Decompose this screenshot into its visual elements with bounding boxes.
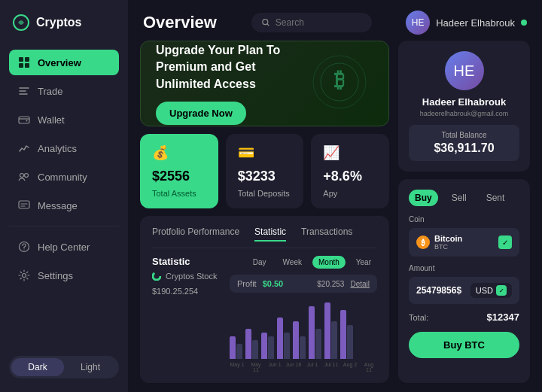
content-area: Upgrade Your Plan To Premium and Get Unl… <box>128 41 542 392</box>
profit-value: $0.50 <box>263 279 284 288</box>
profit-info: Profit $0.50 $20.253 Detail <box>230 275 377 293</box>
sidebar-item-trade[interactable]: Trade <box>9 78 119 104</box>
sidebar-item-settings[interactable]: Settings <box>9 263 119 288</box>
sidebar-label-help: Help Center <box>38 242 90 253</box>
tab-statistic[interactable]: Statistic <box>254 226 286 242</box>
svg-rect-3 <box>19 63 23 68</box>
analytics-icon <box>18 142 30 154</box>
bar-purple-7 <box>340 310 346 359</box>
donut-mini-icon <box>152 272 161 281</box>
svg-point-8 <box>25 174 29 178</box>
donut-label: Cryptos Stock <box>166 272 217 281</box>
banner-graphic: ₿ <box>306 52 373 115</box>
page-title: Overview <box>143 13 217 32</box>
sidebar-item-help[interactable]: Help Center <box>9 234 119 260</box>
detail-link[interactable]: Detail <box>350 280 370 288</box>
logo-icon <box>12 14 30 32</box>
bar-group-2 <box>261 333 274 359</box>
sidebar-label-wallet: Wallet <box>38 114 65 126</box>
stat-card-deposits: 💳 $3233 Total Deposits <box>226 134 304 208</box>
balance-box: Total Balance $36,911.70 <box>409 125 519 161</box>
filter-month[interactable]: Month <box>312 256 346 269</box>
currency-check-icon: ✓ <box>496 285 507 296</box>
svg-point-17 <box>153 272 160 280</box>
amount-field-label: Amount <box>409 264 519 272</box>
chart-subtitle: Cryptos Stock <box>152 272 221 281</box>
trading-panel: Buy Sell Sent Coin ₿ Bitcoin BTC ✓ Am <box>398 179 530 383</box>
upgrade-button[interactable]: Upgrade Now <box>156 102 246 125</box>
bar-gray-4 <box>300 336 306 359</box>
bar-purple-6 <box>324 302 330 359</box>
sidebar-label-message: Message <box>38 200 78 211</box>
settings-icon <box>18 269 30 281</box>
profile-email: hadeerelhabrouk@gmail.com <box>409 110 519 117</box>
bar-group-3 <box>277 318 290 359</box>
bar-purple-5 <box>309 306 315 359</box>
apy-label: Apy <box>323 189 377 198</box>
filter-day[interactable]: Day <box>247 256 273 269</box>
stat-card-assets: 💰 $2556 Total Assets <box>140 134 218 208</box>
svg-rect-4 <box>25 63 29 68</box>
amount-value: 25479856$ <box>416 285 461 296</box>
sidebar-label-overview: Overview <box>38 57 81 68</box>
search-input[interactable] <box>276 17 361 28</box>
sidebar-item-overview[interactable]: Overview <box>9 50 119 75</box>
tab-buy[interactable]: Buy <box>409 190 438 206</box>
profile-card: HE Hadeer Elhabrouk hadeerelhabrouk@gmai… <box>398 41 530 172</box>
bar-label-3: Jun 16 <box>285 362 302 372</box>
total-row: Total: $12347 <box>409 311 519 323</box>
tab-transactions[interactable]: Transactions <box>301 226 352 242</box>
nav-section: Overview Trade Wallet Analytics <box>9 50 119 348</box>
sidebar-item-community[interactable]: Community <box>9 164 119 190</box>
sidebar-label-community: Community <box>38 172 87 183</box>
coin-selector[interactable]: ₿ Bitcoin BTC ✓ <box>409 228 519 257</box>
tab-sent[interactable]: Sent <box>480 190 511 206</box>
assets-label: Total Assets <box>152 189 206 198</box>
coin-check-icon: ✓ <box>498 236 512 249</box>
profile-name: Hadeer Elhabrouk <box>409 96 519 108</box>
filter-year[interactable]: Year <box>350 256 377 269</box>
sidebar-item-analytics[interactable]: Analytics <box>9 135 119 161</box>
amount-input[interactable]: 25479856$ USD ✓ <box>409 277 519 304</box>
svg-rect-2 <box>25 57 29 62</box>
sidebar-item-message[interactable]: Message <box>9 193 119 218</box>
buy-button[interactable]: Buy BTC <box>409 332 519 358</box>
grid-icon <box>18 56 30 68</box>
help-icon <box>18 241 30 253</box>
currency-badge[interactable]: USD ✓ <box>470 283 512 298</box>
chart-title: Statistic <box>152 256 221 267</box>
theme-light-btn[interactable]: Light <box>64 358 117 376</box>
svg-rect-5 <box>19 117 29 123</box>
assets-value: $2556 <box>152 169 206 184</box>
bar-group-0 <box>230 336 242 359</box>
tab-portfolio[interactable]: Protfolio Performance <box>152 226 239 242</box>
coin-info: ₿ Bitcoin BTC <box>416 234 462 251</box>
sidebar-item-wallet[interactable]: Wallet <box>9 107 119 132</box>
theme-toggle: Dark Light <box>9 356 119 378</box>
right-panel: HE Hadeer Elhabrouk hadeerelhabrouk@gmai… <box>398 41 530 383</box>
deposits-label: Total Deposits <box>238 189 292 198</box>
search-bar[interactable] <box>251 13 372 32</box>
currency-label: USD <box>476 286 493 295</box>
sidebar-label-settings: Settings <box>38 270 73 281</box>
chart-left: Statistic Cryptos Stock $190.25.254 <box>152 256 221 372</box>
wallet-icon <box>18 114 30 126</box>
bar-purple-4 <box>293 321 299 359</box>
coin-name-group: Bitcoin BTC <box>434 234 462 251</box>
sidebar-label-analytics: Analytics <box>38 143 77 154</box>
theme-dark-btn[interactable]: Dark <box>11 358 64 376</box>
upgrade-banner: Upgrade Your Plan To Premium and Get Unl… <box>140 41 389 126</box>
chart-inner: Statistic Cryptos Stock $190.25.254 Day <box>152 256 377 372</box>
assets-icon: 💰 <box>152 144 206 161</box>
donut-value: $190.25.254 <box>152 287 221 296</box>
search-icon <box>262 18 269 27</box>
bar-gray-6 <box>331 321 337 359</box>
message-icon <box>18 199 30 211</box>
bar-group-7 <box>340 310 353 359</box>
stats-row: 💰 $2556 Total Assets 💳 $3233 Total Depos… <box>140 134 389 208</box>
total-value: $12347 <box>487 311 519 323</box>
nav-divider <box>9 226 119 226</box>
tab-sell[interactable]: Sell <box>446 190 473 206</box>
user-profile[interactable]: HE Hadeer Elhabrouk <box>406 11 527 35</box>
filter-week[interactable]: Week <box>277 256 308 269</box>
